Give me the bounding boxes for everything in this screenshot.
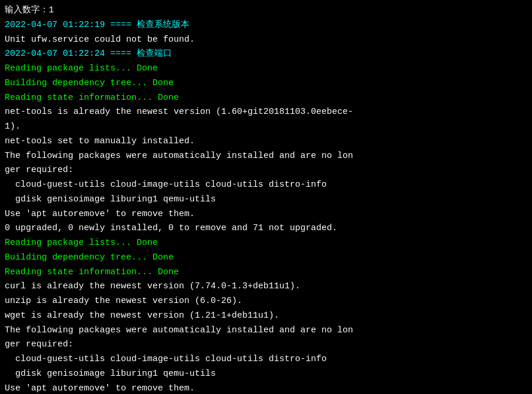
terminal-line: wget is already the newest version (1.21… (5, 309, 527, 324)
terminal-line: Use 'apt autoremove' to remove them. (5, 207, 527, 222)
terminal-line: net-tools set to manually installed. (5, 134, 527, 149)
terminal-output: 输入数字：12022-04-07 01:22:19 ==== 检查系统版本Uni… (5, 4, 527, 394)
terminal-line: The following packages were automaticall… (5, 324, 527, 338)
terminal-line: The following packages were automaticall… (5, 149, 527, 164)
terminal-line: cloud-guest-utils cloud-image-utils clou… (5, 178, 527, 193)
terminal-line: Reading package lists... Done (5, 236, 527, 251)
terminal-line: 1). (5, 120, 527, 134)
terminal-line: Reading state information... Done (5, 91, 527, 106)
terminal-line: Unit ufw.service could not be found. (5, 33, 527, 48)
terminal-line: Reading state information... Done (5, 265, 527, 280)
terminal-line: 2022-04-07 01:22:19 ==== 检查系统版本 (5, 18, 527, 33)
terminal-line: unzip is already the newest version (6.0… (5, 294, 527, 309)
terminal-line: gdisk genisoimage liburing1 qemu-utils (5, 367, 527, 382)
terminal-line: Building dependency tree... Done (5, 76, 527, 91)
terminal-line: 0 upgraded, 0 newly installed, 0 to remo… (5, 221, 527, 236)
terminal-line: curl is already the newest version (7.74… (5, 279, 527, 294)
terminal-line: ger required: (5, 163, 527, 178)
terminal-line: 2022-04-07 01:22:24 ==== 检查端口 (5, 47, 527, 62)
terminal-line: Reading package lists... Done (5, 62, 527, 76)
terminal-line: net-tools is already the newest version … (5, 105, 527, 120)
terminal-line: cloud-guest-utils cloud-image-utils clou… (5, 352, 527, 367)
terminal-line: 输入数字：1 (5, 4, 527, 18)
terminal-line: ger required: (5, 338, 527, 352)
terminal-line: Building dependency tree... Done (5, 251, 527, 265)
terminal-line: gdisk genisoimage liburing1 qemu-utils (5, 193, 527, 207)
terminal-line: Use 'apt autoremove' to remove them. (5, 382, 527, 395)
